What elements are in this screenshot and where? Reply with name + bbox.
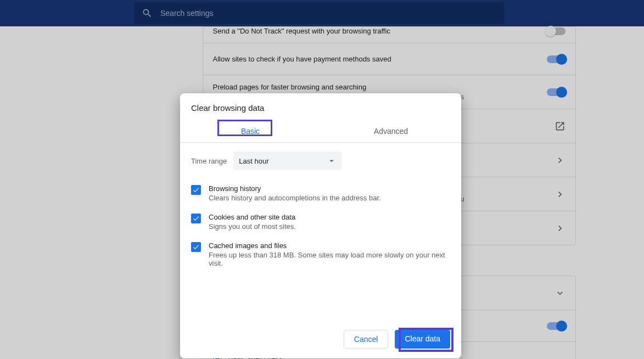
option-cache[interactable]: Cached images and files Frees up less th… xyxy=(180,236,461,273)
checkbox-icon[interactable] xyxy=(191,185,201,195)
dropdown-icon xyxy=(327,156,337,166)
cancel-button[interactable]: Cancel xyxy=(344,330,389,349)
dialog-tabs: Basic Advanced xyxy=(180,121,461,143)
tab-basic[interactable]: Basic xyxy=(180,121,321,142)
option-browsing-history[interactable]: Browsing history Clears history and auto… xyxy=(180,179,461,207)
time-range-value: Last hour xyxy=(239,157,268,165)
dialog-title: Clear browsing data xyxy=(180,93,461,121)
option-subtitle: Signs you out of most sites. xyxy=(209,222,296,231)
time-range-label: Time range xyxy=(191,157,227,165)
clear-browsing-data-dialog: Clear browsing data Basic Advanced Time … xyxy=(180,93,461,358)
option-subtitle: Frees up less than 318 MB. Some sites ma… xyxy=(209,251,450,267)
option-subtitle: Clears history and autocompletions in th… xyxy=(209,194,381,202)
checkbox-icon[interactable] xyxy=(191,214,201,223)
clear-data-button[interactable]: Clear data xyxy=(395,330,450,349)
tab-advanced[interactable]: Advanced xyxy=(321,121,461,142)
option-title: Browsing history xyxy=(209,184,381,193)
option-title: Cookies and other site data xyxy=(209,213,296,221)
option-title: Cached images and files xyxy=(209,242,450,250)
option-cookies[interactable]: Cookies and other site data Signs you ou… xyxy=(180,207,461,236)
time-range-select[interactable]: Last hour xyxy=(233,152,342,170)
checkbox-icon[interactable] xyxy=(191,242,201,252)
